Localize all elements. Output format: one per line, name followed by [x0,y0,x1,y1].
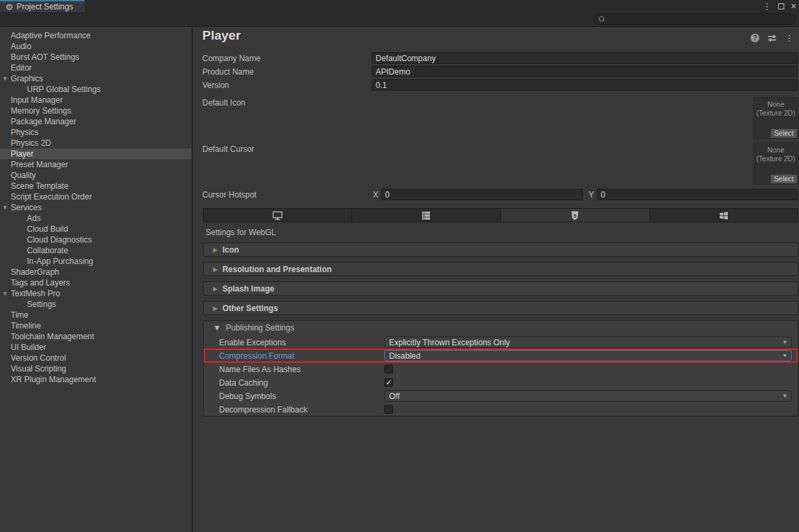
decompression-fallback-row: Decompression Fallback [210,404,792,415]
dropdown-value: Disabled [389,351,421,361]
data-caching-checkbox[interactable]: ✓ [384,378,393,387]
texture-none-label: None(Texture 2D) [754,97,798,118]
sidebar-item-label: Physics 2D [11,138,51,148]
collapsed-triangle-icon: ▶ [213,266,218,273]
window-menu-icon[interactable]: ⋮ [763,1,771,11]
default-icon-texture-well[interactable]: None(Texture 2D) Select [753,97,798,139]
sidebar-item-adaptive-performance[interactable]: Adaptive Performance [0,30,192,41]
sidebar-item-label: Graphics [11,74,43,83]
section-icon[interactable]: ▶Icon [203,242,798,257]
platform-tab-windows-store[interactable] [650,209,798,222]
section-label: Other Settings [222,304,278,313]
expanded-triangle-icon[interactable]: ▼ [2,202,8,213]
sidebar-item-services[interactable]: ▼Services [0,202,192,213]
sidebar-item-cloud-diagnostics[interactable]: Cloud Diagnostics [0,234,192,245]
platform-tab-dedicated-server[interactable] [352,209,501,222]
windows-store-icon [719,211,728,220]
search-input[interactable] [607,15,791,24]
sidebar-item-label: Collaborate [27,246,68,255]
texture-none-label: None(Texture 2D) [754,143,798,163]
platform-tab-standalone[interactable] [204,209,352,222]
cursor-hotspot-x-input[interactable] [381,189,583,200]
sidebar-item-script-execution-order[interactable]: Script Execution Order [0,191,192,202]
sidebar-item-editor[interactable]: Editor [0,62,192,73]
sidebar-item-collaborate[interactable]: Collaborate [0,245,192,256]
sidebar-item-ads[interactable]: Ads [0,213,192,224]
sidebar-item-textmesh-pro[interactable]: ▼TextMesh Pro [0,288,192,299]
dedicated-server-icon [421,211,431,220]
sidebar-item-package-manager[interactable]: Package Manager [0,116,192,127]
section-other-settings[interactable]: ▶Other Settings [203,301,798,315]
close-icon[interactable]: × [791,1,796,11]
panel-menu-icon[interactable]: ⋮ [785,33,794,43]
sidebar-item-label: Memory Settings [11,106,71,116]
sidebar-item-cloud-build[interactable]: Cloud Build [0,224,192,234]
sidebar-item-memory-settings[interactable]: Memory Settings [0,105,192,116]
sidebar-item-tags-and-layers[interactable]: Tags and Layers [0,277,192,288]
default-icon-select-button[interactable]: Select [771,129,797,138]
platform-tab-bar: 5 [203,208,798,222]
sidebar-item-xr-plugin-management[interactable]: XR Plugin Management [0,374,192,385]
sidebar-item-quality[interactable]: Quality [0,170,192,181]
dropdown-value: Explicitly Thrown Exceptions Only [389,338,510,347]
presets-icon[interactable] [767,34,777,42]
sidebar-item-preset-manager[interactable]: Preset Manager [0,159,192,170]
sidebar-item-visual-scripting[interactable]: Visual Scripting [0,363,192,374]
sidebar-item-label: Script Execution Order [11,192,92,202]
search-box[interactable] [594,13,796,25]
compression-format-dropdown[interactable]: Disabled▼ [384,350,792,361]
sidebar-item-version-control[interactable]: Version Control [0,353,192,363]
company-name-input[interactable] [372,52,798,64]
webgl-icon: 5 [571,211,579,220]
cursor-hotspot-y-input[interactable] [597,189,798,200]
sidebar-item-toolchain-management[interactable]: Toolchain Management [0,331,192,342]
sidebar-item-settings[interactable]: Settings [0,299,192,310]
decompression-fallback-checkbox[interactable] [384,405,393,414]
publishing-settings-header[interactable]: ▼ Publishing Settings [204,321,798,335]
sidebar-item-label: Editor [11,63,32,73]
section-resolution-and-presentation[interactable]: ▶Resolution and Presentation [203,262,798,276]
sidebar-item-shadergraph[interactable]: ShaderGraph [0,267,192,277]
sidebar-item-in-app-purchasing[interactable]: In-App Purchasing [0,256,192,267]
sidebar-item-ui-builder[interactable]: UI Builder [0,342,192,353]
expanded-triangle-icon: ▼ [213,323,221,332]
sidebar-item-label: Physics [11,128,38,137]
help-icon[interactable]: ? [751,34,759,42]
sidebar-item-input-manager[interactable]: Input Manager [0,95,192,105]
sidebar-item-label: Time [11,310,28,320]
default-cursor-texture-well[interactable]: None(Texture 2D) Select [753,142,798,185]
sidebar-item-physics[interactable]: Physics [0,127,192,138]
expanded-triangle-icon[interactable]: ▼ [2,73,8,84]
version-input[interactable] [372,79,798,91]
tab-project-settings[interactable]: ⚙ Project Settings [0,0,85,12]
sidebar-item-scene-template[interactable]: Scene Template [0,181,192,191]
section-label: Splash Image [222,284,274,294]
sidebar-item-burst-aot-settings[interactable]: Burst AOT Settings [0,52,192,62]
sidebar-item-physics-2d[interactable]: Physics 2D [0,138,192,148]
toolbar [0,12,799,27]
sidebar-item-player[interactable]: Player [0,148,192,159]
section-splash-image[interactable]: ▶Splash Image [203,281,798,296]
enable-exceptions-row: Enable ExceptionsExplicitly Thrown Excep… [210,337,792,348]
enable-exceptions-dropdown[interactable]: Explicitly Thrown Exceptions Only▼ [384,337,792,348]
product-name-input[interactable] [372,66,798,77]
svg-text:5: 5 [573,212,577,218]
sidebar-item-label: XR Plugin Management [11,375,96,384]
name-files-as-hashes-checkbox[interactable] [384,365,393,373]
sidebar-item-label: Input Manager [11,95,62,105]
sidebar-item-graphics[interactable]: ▼Graphics [0,73,192,84]
debug-symbols-dropdown[interactable]: Off▼ [384,390,792,402]
sidebar-item-label: Audio [11,42,32,51]
expanded-triangle-icon[interactable]: ▼ [2,288,8,299]
platform-tab-webgl[interactable]: 5 [501,209,650,222]
data-caching-label: Data Caching [210,378,384,388]
default-cursor-select-button[interactable]: Select [771,175,797,183]
sidebar-item-timeline[interactable]: Timeline [0,320,192,331]
sidebar-item-audio[interactable]: Audio [0,41,192,52]
maximize-icon[interactable] [778,3,784,9]
sidebar-item-label: Cloud Diagnostics [27,235,92,245]
default-icon-row: Default Icon [202,98,372,107]
sidebar-item-urp-global-settings[interactable]: URP Global Settings [0,84,192,95]
sidebar-item-time[interactable]: Time [0,310,192,320]
sidebar-item-label: Services [11,203,42,212]
